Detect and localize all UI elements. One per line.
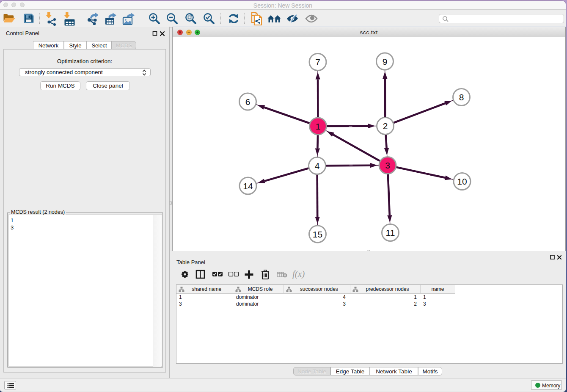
svg-text:11: 11 [386,228,395,237]
svg-text:6: 6 [245,97,250,107]
svg-text:15: 15 [313,229,322,239]
svg-text:3: 3 [385,160,390,170]
svg-text:1: 1 [316,121,321,131]
svg-text:8: 8 [459,92,464,102]
svg-text:14: 14 [243,181,253,191]
svg-text:4: 4 [315,161,320,171]
svg-text:2: 2 [383,121,388,131]
svg-text:7: 7 [315,57,320,67]
svg-text:10: 10 [457,177,467,186]
svg-text:9: 9 [383,57,388,66]
